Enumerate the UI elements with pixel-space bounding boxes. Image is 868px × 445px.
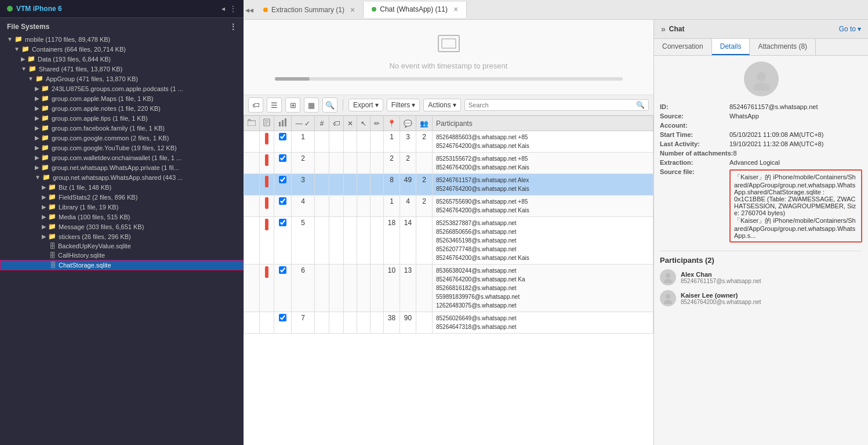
toolbar-cols-btn[interactable]: ⊞	[285, 97, 300, 113]
table-row[interactable]: 113285264885603@s.whatsapp.net +85852467…	[244, 131, 653, 153]
cell-check[interactable]	[274, 153, 292, 174]
tree-item-message[interactable]: ▶📁Message (303 files, 6,651 KB)	[0, 222, 244, 231]
cell-chat: 1	[384, 196, 400, 217]
section-menu-icon[interactable]: ⋮	[230, 23, 237, 31]
col-folder-icon[interactable]	[244, 116, 260, 131]
tree-item-youtube[interactable]: ▶📁group.com.google.YouTube (19 files, 12…	[0, 143, 244, 153]
cell-num: 5	[292, 217, 315, 265]
table-row[interactable]: 414285265755690@s.whatsapp.net +85852467…	[244, 196, 653, 217]
col-tag-icon[interactable]: 🏷	[329, 116, 344, 131]
tree-item-containers[interactable]: ▼📁Containers (664 files, 20,714 KB)	[0, 44, 244, 54]
cell-folder	[244, 265, 260, 312]
tree-item-callhistory[interactable]: 🗄CallHistory.sqlite	[0, 251, 244, 260]
search-input[interactable]	[468, 102, 634, 108]
actions-label: Actions	[428, 101, 451, 109]
cell-group: 49	[400, 174, 416, 196]
tree-label-stickers: stickers (26 files, 296 KB)	[59, 233, 131, 240]
tree-item-tips[interactable]: ▶📁group.com.apple.tips (1 file, 1 KB)	[0, 113, 244, 123]
tree-item-wa_shared[interactable]: ▼📁group.net.whatsapp.WhatsApp.shared (44…	[0, 172, 244, 182]
tab-close-extraction[interactable]: ×	[350, 6, 355, 14]
folder-icon-message: 📁	[48, 223, 56, 230]
folder-icon-tips: 📁	[41, 114, 49, 122]
toolbar-list-btn[interactable]: ☰	[267, 97, 282, 113]
rp-tab-details[interactable]: Details	[712, 39, 750, 55]
cell-pin	[371, 196, 384, 217]
actions-button[interactable]: Actions ▾	[423, 99, 460, 111]
col-edit-icon[interactable]: ✏	[371, 116, 384, 131]
filters-button[interactable]: Filters ▾	[387, 99, 420, 111]
cell-folder	[244, 217, 260, 265]
tab-extraction[interactable]: Extraction Summary (1) ×	[255, 2, 364, 17]
tree-item-chatstorage[interactable]: 🗄ChatStorage.sqlite	[0, 260, 244, 270]
col-group-icon[interactable]: 👥	[416, 116, 433, 131]
detail-label-last-activity: Last Activity:	[660, 140, 729, 147]
cell-check[interactable]	[274, 217, 292, 265]
table-row[interactable]: 7389085256026649@s.whatsapp.net852646473…	[244, 312, 653, 334]
cell-check[interactable]	[274, 131, 292, 153]
table-row[interactable]: 6101385366380244@s.whatsapp.net852467642…	[244, 265, 653, 312]
export-button[interactable]: Export ▾	[348, 99, 383, 111]
tree-item-stickers[interactable]: ▶📁stickers (26 files, 296 KB)	[0, 231, 244, 241]
cell-check[interactable]	[274, 265, 292, 312]
cell-arrow	[344, 217, 357, 265]
cell-check[interactable]	[274, 196, 292, 217]
tab-collapse-btn[interactable]: ◂◂	[244, 4, 255, 16]
tree-item-library[interactable]: ▶📁Library (1 file, 19 KB)	[0, 202, 244, 212]
tree-item-google_common[interactable]: ▶📁group.com.google.common (2 files, 1 KB…	[0, 133, 244, 143]
chat-table: — ✓ # 🏷 ✕ ↖ ✏ 📍 💬 👥 Participants	[244, 115, 653, 334]
toolbar-grid-btn[interactable]: ▦	[304, 97, 319, 113]
goto-button[interactable]: Go to ▾	[839, 25, 861, 33]
table-row[interactable]: 22285253155672@s.whatsapp.net +858524676…	[244, 153, 653, 174]
db-icon-backedup: 🗄	[49, 243, 56, 249]
tree-item-wa_private[interactable]: ▶📁group.net.whatsapp.WhatsApp.private (1…	[0, 162, 244, 172]
cell-check[interactable]	[274, 312, 292, 334]
table-header-row: — ✓ # 🏷 ✕ ↖ ✏ 📍 💬 👥 Participants	[244, 116, 653, 131]
tree-label-243lu: 243LU875E5.groups.com.apple.podcasts (1 …	[52, 85, 183, 92]
cell-chat: 1	[384, 131, 400, 153]
tree-item-maps[interactable]: ▶📁group.com.apple.Maps (1 file, 1 KB)	[0, 93, 244, 103]
tree-item-mobile[interactable]: ▼📁mobile (1170 files, 89,478 KB)	[0, 34, 244, 44]
tree-label-chatstorage: ChatStorage.sqlite	[59, 262, 111, 269]
cell-folder	[244, 174, 260, 196]
table-row[interactable]: 3849285246761157@s.whatsapp.net Alex8524…	[244, 174, 653, 196]
cell-edit	[357, 312, 371, 334]
rp-tab-attachments[interactable]: Attachments (8)	[750, 39, 816, 55]
cell-group: 13	[400, 265, 416, 312]
cell-arrow	[344, 153, 357, 174]
search-box[interactable]: 🔍	[464, 99, 649, 111]
cell-check[interactable]	[274, 174, 292, 196]
tree-item-biz[interactable]: ▶📁Biz (1 file, 148 KB)	[0, 182, 244, 192]
tree-item-fieldstats[interactable]: ▶📁FieldStats2 (2 files, 896 KB)	[0, 192, 244, 202]
col-arrow-icon[interactable]: ↖	[357, 116, 371, 131]
cell-edit	[357, 174, 371, 196]
detail-value-extraction: Advanced Logical	[729, 159, 862, 166]
menu-icon[interactable]: ⋮	[230, 5, 237, 13]
col-chat-icon[interactable]: 💬	[400, 116, 416, 131]
col-check-icon[interactable]: — ✓	[292, 116, 315, 131]
col-x-icon[interactable]: ✕	[344, 116, 357, 131]
col-chart-icon[interactable]	[274, 116, 292, 131]
cell-col3: 2	[416, 196, 433, 217]
table-row[interactable]: 5181485253827887@s.whatsapp.net852668506…	[244, 217, 653, 265]
panel-title-text: Chat	[669, 25, 685, 33]
tree-item-data[interactable]: ▶📁Data (193 files, 6,844 KB)	[0, 54, 244, 64]
col-pin-icon[interactable]: 📍	[384, 116, 400, 131]
tree-item-wallet[interactable]: ▶📁group.com.walletdev.onchainwallet (1 f…	[0, 153, 244, 162]
tree-item-notes[interactable]: ▶📁group.com.apple.notes (1 file, 220 KB)	[0, 103, 244, 113]
tree-item-appgroup[interactable]: ▼📁AppGroup (471 files, 13,870 KB)	[0, 74, 244, 84]
tree-label-mobile: mobile (1170 files, 89,478 KB)	[25, 36, 110, 43]
tab-chat[interactable]: Chat (WhatsApp) (11) ×	[364, 2, 467, 18]
rp-tab-conversation[interactable]: Conversation	[654, 39, 712, 55]
tree-item-backedup[interactable]: 🗄BackedUpKeyValue.sqlite	[0, 241, 244, 251]
tree-item-shared[interactable]: ▼📁Shared (471 files, 13,870 KB)	[0, 64, 244, 74]
cell-num: 4	[292, 196, 315, 217]
no-event-icon	[437, 34, 460, 57]
toolbar-search-btn[interactable]: 🔍	[322, 97, 337, 113]
col-doc-icon[interactable]	[260, 116, 274, 131]
arrow-left-icon[interactable]: ◂	[221, 5, 225, 13]
tree-item-media[interactable]: ▶📁Media (100 files, 515 KB)	[0, 212, 244, 222]
tree-item-243lu[interactable]: ▶📁243LU875E5.groups.com.apple.podcasts (…	[0, 84, 244, 93]
tree-item-family[interactable]: ▶📁group.com.facebook.family (1 file, 1 K…	[0, 123, 244, 133]
tab-close-chat[interactable]: ×	[453, 5, 458, 13]
toolbar-flag-btn[interactable]: 🏷	[248, 97, 263, 113]
